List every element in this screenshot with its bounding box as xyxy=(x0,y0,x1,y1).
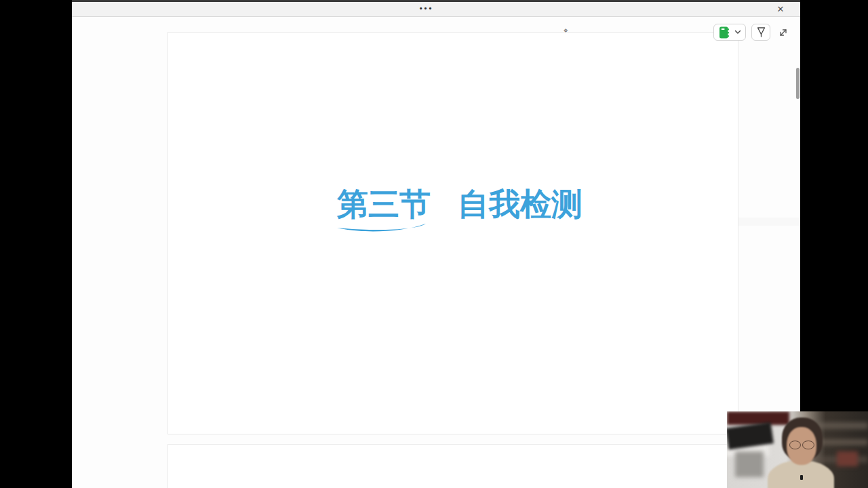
move-cursor-icon: ⌖ xyxy=(564,26,568,35)
page-title-text: 自我检测 xyxy=(458,187,583,223)
webcam-shelf xyxy=(814,422,868,429)
notebook-icon xyxy=(719,26,730,39)
faint-highlight-band xyxy=(738,218,868,226)
presenter-glasses xyxy=(789,441,814,450)
document-page-2 xyxy=(167,444,738,488)
webcam-shelf-object xyxy=(837,451,858,467)
document-page-1: 第三节 自我检测 xyxy=(167,32,738,434)
swoosh-underline xyxy=(335,222,429,235)
section-label-text: 第三节 xyxy=(337,187,431,222)
webcam-chair-blur xyxy=(735,451,764,477)
reader-toolbar xyxy=(713,24,791,41)
pointer-tool-icon xyxy=(756,26,766,38)
drag-handle-dots[interactable]: ••• xyxy=(413,4,440,12)
notebook-dropdown-button[interactable] xyxy=(713,24,746,41)
chevron-down-icon xyxy=(734,30,741,35)
section-label: 第三节 xyxy=(337,187,431,223)
expand-icon xyxy=(778,28,788,37)
scrollbar-thumb[interactable] xyxy=(796,68,800,99)
titlebar[interactable]: ••• ✕ xyxy=(72,2,800,17)
lavalier-mic xyxy=(800,475,803,480)
close-icon[interactable]: ✕ xyxy=(774,3,787,16)
reader-window: ••• ✕ 第三节 自我检测 xyxy=(72,0,800,488)
webcam-overlay xyxy=(727,411,868,488)
pointer-tool-button[interactable] xyxy=(751,24,770,41)
page-title: 第三节 自我检测 xyxy=(337,187,583,223)
expand-button[interactable] xyxy=(776,24,791,41)
